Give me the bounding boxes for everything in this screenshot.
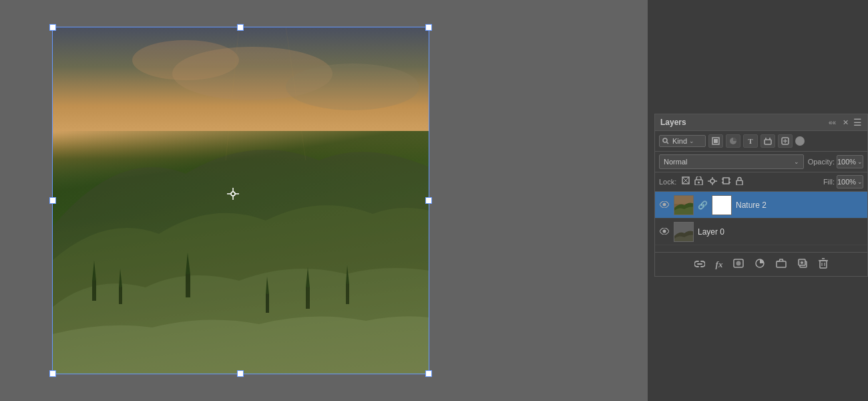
opacity-group: Opacity: 100% ⌄ <box>808 155 863 168</box>
lock-icons-group <box>680 176 819 188</box>
layer-row-layer0[interactable]: Layer 0 <box>655 219 867 245</box>
fill-group: Fill: 100% ⌄ <box>823 175 863 188</box>
filter-shape-icon[interactable] <box>761 134 775 148</box>
layer-visibility-nature2[interactable] <box>659 200 670 210</box>
svg-rect-41 <box>723 178 729 184</box>
lock-all-button[interactable] <box>734 176 745 188</box>
svg-rect-9 <box>266 294 269 313</box>
layer-mask-nature2 <box>712 195 732 215</box>
layer-name-nature2: Nature 2 <box>736 200 863 210</box>
svg-rect-61 <box>820 261 827 268</box>
svg-rect-7 <box>186 274 190 297</box>
layer-name-layer0: Layer 0 <box>698 227 863 237</box>
filter-kind-dropdown[interactable]: Kind ⌄ <box>659 135 706 147</box>
blend-mode-dropdown[interactable]: Normal ⌄ <box>659 154 804 169</box>
fill-input[interactable]: 100% ⌄ <box>837 175 863 188</box>
layers-list: 🔗 Nature 2 <box>655 192 867 245</box>
filter-kind-chevron: ⌄ <box>689 138 694 144</box>
image-container <box>52 27 429 374</box>
svg-rect-46 <box>736 180 742 185</box>
panel-close-button[interactable]: ✕ <box>841 118 851 128</box>
lock-row: Lock: <box>655 172 867 192</box>
svg-rect-3 <box>92 281 96 301</box>
panel-menu-button[interactable]: ☰ <box>853 117 862 128</box>
blend-mode-row: Normal ⌄ Opacity: 100% ⌄ <box>655 152 867 172</box>
filter-row: Kind ⌄ T <box>655 131 867 152</box>
lock-artboard-button[interactable] <box>720 176 732 188</box>
panel-title: Layers <box>660 118 686 127</box>
svg-rect-25 <box>765 140 771 144</box>
svg-point-47 <box>663 203 666 207</box>
fill-value: 100% <box>837 178 856 186</box>
canvas-area <box>0 0 481 401</box>
link-layers-button[interactable] <box>692 257 708 271</box>
svg-line-21 <box>667 142 669 144</box>
filter-kind-label: Kind <box>672 137 687 145</box>
landscape-background <box>52 27 429 374</box>
opacity-input[interactable]: 100% ⌄ <box>837 155 863 168</box>
layer-thumb-nature2 <box>674 195 694 215</box>
svg-point-54 <box>736 261 741 266</box>
blend-mode-chevron: ⌄ <box>794 158 799 165</box>
crosshair-cursor <box>227 188 239 200</box>
panel-header-icons: «« ✕ ☰ <box>827 117 862 128</box>
panel-header: Layers «« ✕ ☰ <box>655 114 867 131</box>
svg-rect-13 <box>346 284 349 304</box>
new-layer-button[interactable] <box>795 257 811 271</box>
svg-rect-11 <box>306 287 310 309</box>
filter-pixel-icon[interactable] <box>708 134 723 148</box>
fill-chevron: ⌄ <box>857 178 863 185</box>
fill-label: Fill: <box>823 178 835 186</box>
lock-position-button[interactable] <box>706 176 718 188</box>
layer-row-nature2[interactable]: 🔗 Nature 2 <box>655 192 867 219</box>
svg-point-2 <box>286 63 419 110</box>
layer-visibility-layer0[interactable] <box>659 227 670 237</box>
lock-label: Lock: <box>659 178 676 186</box>
svg-point-1 <box>132 40 239 80</box>
top-filler <box>648 0 868 114</box>
layer-chain-nature2[interactable]: 🔗 <box>698 200 708 210</box>
filter-adjustment-icon[interactable] <box>726 134 740 148</box>
opacity-value: 100% <box>837 158 856 166</box>
opacity-label: Opacity: <box>808 158 835 166</box>
blend-mode-value: Normal <box>664 158 687 166</box>
filter-smart-icon[interactable] <box>778 134 793 148</box>
panel-collapse-button[interactable]: «« <box>827 118 838 127</box>
layers-panel: Layers «« ✕ ☰ Kind ⌄ <box>654 114 868 277</box>
svg-point-36 <box>710 179 714 183</box>
filter-color-dot[interactable] <box>795 136 805 146</box>
svg-rect-23 <box>714 139 718 143</box>
layer-thumb-layer0 <box>674 222 694 242</box>
svg-rect-5 <box>119 287 122 304</box>
lock-image-button[interactable] <box>693 176 704 188</box>
panels-area: Layers «« ✕ ☰ Kind ⌄ <box>648 0 868 401</box>
svg-point-50 <box>663 230 666 233</box>
panel-spacer <box>655 245 867 252</box>
svg-point-20 <box>663 138 667 142</box>
delete-layer-button[interactable] <box>816 257 831 272</box>
svg-rect-56 <box>777 261 786 267</box>
layer-effects-button[interactable]: fx <box>713 258 726 271</box>
filter-text-icon[interactable]: T <box>743 134 758 148</box>
lock-transparent-button[interactable] <box>680 176 691 188</box>
new-adjustment-button[interactable] <box>752 257 768 271</box>
svg-point-35 <box>698 182 700 184</box>
canvas-image <box>52 27 429 374</box>
panel-bottom-bar: fx <box>655 252 867 276</box>
opacity-chevron: ⌄ <box>857 158 863 165</box>
add-mask-button[interactable] <box>730 257 746 271</box>
new-group-button[interactable] <box>773 257 789 271</box>
svg-rect-49 <box>674 196 694 204</box>
